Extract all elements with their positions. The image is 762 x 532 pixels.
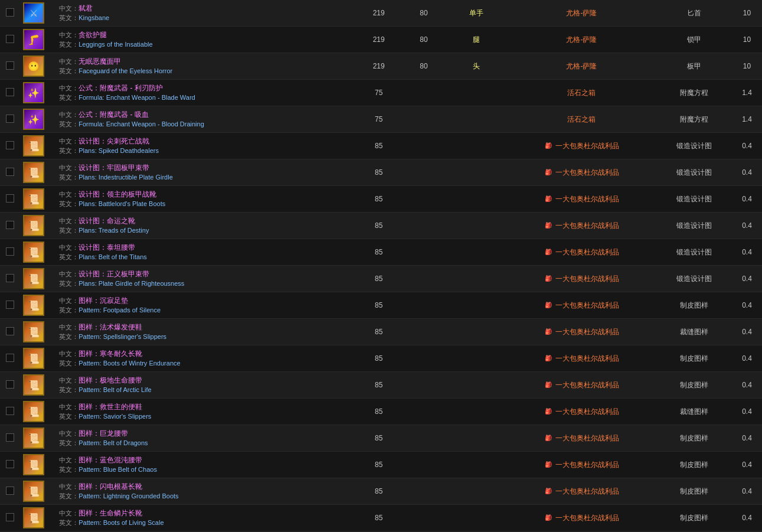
item-level: 85 xyxy=(356,133,401,159)
source-link[interactable]: 一大包奥杜尔战利品 xyxy=(555,354,619,364)
item-source: 🎒一大包奥杜尔战利品 xyxy=(506,266,657,292)
row-checkbox[interactable] xyxy=(6,168,14,176)
item-type: 裁缝图样 xyxy=(657,319,732,345)
item-icon: 📜 xyxy=(23,135,44,156)
item-name-zh: 中文：图样：寒冬耐久长靴 xyxy=(59,349,352,359)
item-price: 0.4 xyxy=(732,399,762,425)
item-slot xyxy=(446,478,506,505)
item-level: 85 xyxy=(356,372,401,399)
item-name-en: 英文：Pattern: Savior's Slippers xyxy=(59,412,352,421)
table-row: 📜中文：设计图：领主的板甲战靴英文：Plans: Battlelord's Pl… xyxy=(0,186,762,213)
item-slot xyxy=(446,159,506,186)
item-level: 85 xyxy=(356,505,401,531)
row-checkbox[interactable] xyxy=(6,88,14,96)
item-icon: 📜 xyxy=(23,321,44,342)
source-link[interactable]: 活石之箱 xyxy=(567,115,596,125)
row-checkbox[interactable] xyxy=(6,61,14,70)
item-name-en: 英文：Pattern: Blue Belt of Chaos xyxy=(59,465,352,474)
source-link[interactable]: 活石之箱 xyxy=(567,88,596,98)
item-type: 制皮图样 xyxy=(657,452,732,478)
item-name-en: 英文：Kingsbane xyxy=(59,14,352,22)
item-source: 尤格-萨隆 xyxy=(506,0,657,27)
source-link[interactable]: 尤格-萨隆 xyxy=(566,61,597,71)
row-checkbox[interactable] xyxy=(6,460,14,468)
item-slot: 单手 xyxy=(446,0,506,27)
item-name-zh: 中文：图样：极地生命腰带 xyxy=(59,376,352,386)
source-link[interactable]: 一大包奥杜尔战利品 xyxy=(555,460,619,470)
row-checkbox[interactable] xyxy=(6,141,14,149)
item-price: 10 xyxy=(732,53,762,80)
item-price: 0.4 xyxy=(732,266,762,292)
item-name-en: 英文：Pattern: Lightning Grounded Boots xyxy=(59,492,352,501)
row-checkbox[interactable] xyxy=(6,407,14,415)
row-checkbox[interactable] xyxy=(6,327,14,335)
source-link[interactable]: 一大包奥杜尔战利品 xyxy=(555,380,619,390)
row-checkbox[interactable] xyxy=(6,115,14,123)
item-name-en: 英文：Formula: Enchant Weapon - Blood Drain… xyxy=(59,120,352,129)
source-link[interactable]: 一大包奥杜尔战利品 xyxy=(555,513,619,523)
source-link[interactable]: 一大包奥杜尔战利品 xyxy=(555,168,619,178)
row-checkbox[interactable] xyxy=(6,433,14,442)
item-slot xyxy=(446,292,506,319)
row-checkbox[interactable] xyxy=(6,274,14,282)
item-slot xyxy=(446,505,506,531)
item-slot xyxy=(446,319,506,345)
item-level: 219 xyxy=(356,27,401,53)
row-checkbox[interactable] xyxy=(6,247,14,256)
row-checkbox[interactable] xyxy=(6,35,14,43)
item-type: 制皮图样 xyxy=(657,425,732,452)
item-source: 🎒一大包奥杜尔战利品 xyxy=(506,213,657,239)
row-checkbox[interactable] xyxy=(6,301,14,309)
item-price: 0.4 xyxy=(732,133,762,159)
source-link[interactable]: 一大包奥杜尔战利品 xyxy=(555,194,619,204)
item-source: 🎒一大包奥杜尔战利品 xyxy=(506,186,657,213)
item-name-zh: 中文：无眠恶魔面甲 xyxy=(59,57,352,67)
source-link[interactable]: 一大包奥杜尔战利品 xyxy=(555,141,619,151)
source-link[interactable]: 一大包奥杜尔战利品 xyxy=(555,407,619,417)
item-icon: 📜 xyxy=(23,295,44,316)
row-checkbox[interactable] xyxy=(6,8,14,17)
source-link[interactable]: 尤格-萨隆 xyxy=(566,8,597,18)
source-link[interactable]: 一大包奥杜尔战利品 xyxy=(555,433,619,443)
row-checkbox[interactable] xyxy=(6,513,14,521)
source-bag-icon: 🎒 xyxy=(544,380,553,390)
item-level: 85 xyxy=(356,266,401,292)
item-type: 锻造设计图 xyxy=(657,186,732,213)
item-price: 0.4 xyxy=(732,452,762,478)
source-link[interactable]: 尤格-萨隆 xyxy=(566,35,597,45)
item-name-en: 英文：Pattern: Boots of Wintry Endurance xyxy=(59,359,352,368)
item-icon: 📜 xyxy=(23,374,44,396)
row-checkbox[interactable] xyxy=(6,194,14,203)
source-link[interactable]: 一大包奥杜尔战利品 xyxy=(555,221,619,231)
item-name-en: 英文：Pattern: Footpads of Silence xyxy=(59,306,352,315)
row-checkbox[interactable] xyxy=(6,354,14,362)
item-name-en: 英文：Plans: Treads of Destiny xyxy=(59,226,352,235)
item-slot xyxy=(446,106,506,133)
item-icon: 🦵 xyxy=(23,29,44,50)
item-icon: 📜 xyxy=(23,427,44,449)
table-row: 📜中文：设计图：尖刺死亡战戟英文：Plans: Spiked Deathdeal… xyxy=(0,133,762,159)
item-price: 0.4 xyxy=(732,239,762,266)
item-name-en: 英文：Plans: Plate Girdle of Righteousness xyxy=(59,279,352,288)
row-checkbox[interactable] xyxy=(6,380,14,389)
source-link[interactable]: 一大包奥杜尔战利品 xyxy=(555,274,619,284)
row-checkbox[interactable] xyxy=(6,221,14,229)
source-link[interactable]: 一大包奥杜尔战利品 xyxy=(555,301,619,311)
item-name-zh: 中文：设计图：命运之靴 xyxy=(59,216,352,226)
item-req-level xyxy=(401,80,446,106)
item-icon: 📜 xyxy=(23,454,44,475)
item-name-zh: 中文：贪欲护腿 xyxy=(59,30,352,40)
source-link[interactable]: 一大包奥杜尔战利品 xyxy=(555,327,619,337)
source-link[interactable]: 一大包奥杜尔战利品 xyxy=(555,487,619,497)
source-link[interactable]: 一大包奥杜尔战利品 xyxy=(555,247,619,257)
item-name-zh: 中文：设计图：尖刺死亡战戟 xyxy=(59,136,352,146)
item-price: 10 xyxy=(732,27,762,53)
source-bag-icon: 🎒 xyxy=(544,487,553,496)
item-name-en: 英文：Plans: Spiked Deathdealers xyxy=(59,146,352,155)
item-slot xyxy=(446,372,506,399)
row-checkbox[interactable] xyxy=(6,487,14,495)
source-bag-icon: 🎒 xyxy=(544,247,553,257)
table-row: 📜中文：图样：蓝色混沌腰带英文：Pattern: Blue Belt of Ch… xyxy=(0,452,762,478)
table-row: 📜中文：图样：寒冬耐久长靴英文：Pattern: Boots of Wintry… xyxy=(0,345,762,372)
item-price: 0.4 xyxy=(732,159,762,186)
